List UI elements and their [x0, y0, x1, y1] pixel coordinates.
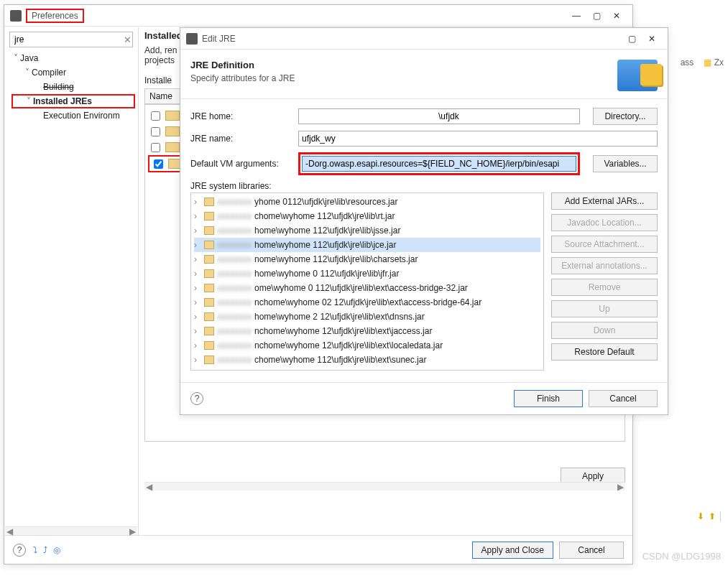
- eclipse-icon: [186, 33, 198, 45]
- close-button[interactable]: ✕: [607, 8, 627, 24]
- lib-row[interactable]: ›xxxxxxxxchome\wyhome 112\ufjdk\jre\lib\…: [194, 353, 540, 367]
- jre-home-input[interactable]: [298, 108, 580, 124]
- definition-title: JRE Definition: [190, 60, 617, 70]
- expand-icon[interactable]: ›: [194, 283, 201, 293]
- edit-jre-dialog: Edit JRE ▢ ✕ JRE Definition Specify attr…: [180, 27, 668, 415]
- jar-icon: [204, 327, 214, 335]
- expand-icon[interactable]: ›: [194, 269, 201, 279]
- eclipse-icon: [10, 10, 22, 22]
- table-scrollbar[interactable]: ◀▶: [144, 482, 625, 491]
- help-icon[interactable]: ?: [190, 392, 203, 405]
- cancel-button[interactable]: Cancel: [559, 542, 624, 559]
- watermark: CSDN @LDG1998: [642, 551, 721, 562]
- vm-args-highlight: [298, 152, 580, 175]
- lib-row[interactable]: ›xxxxxxxxhome\wyhome 2 12\ufjdk\jre\lib\…: [194, 310, 540, 324]
- tree-exec-env[interactable]: Execution Environm: [11, 108, 135, 123]
- vm-args-label: Default VM arguments:: [190, 159, 291, 169]
- arrow-up-icon[interactable]: ⬆: [709, 511, 716, 521]
- jar-icon: [204, 298, 214, 307]
- up-button[interactable]: Up: [551, 300, 658, 317]
- jar-icon: [204, 312, 214, 321]
- lib-row[interactable]: ›xxxxxxxxnchome\wyhome 12\ufjdk\jre\lib\…: [194, 338, 540, 353]
- jre-row-check-selected[interactable]: [154, 159, 163, 169]
- import-icon[interactable]: ⤵: [33, 545, 37, 555]
- expand-icon[interactable]: ›: [194, 226, 201, 236]
- tree-scrollbar[interactable]: ◀▶: [5, 526, 137, 535]
- restore-default-button[interactable]: Restore Default: [551, 343, 658, 361]
- apply-and-close-button[interactable]: Apply and Close: [472, 542, 553, 559]
- expand-icon[interactable]: ›: [194, 254, 201, 264]
- jre-name-input[interactable]: [298, 131, 658, 147]
- lib-row[interactable]: ›xxxxxxxxnome\wyhome 112\ufjdk\jre\lib\c…: [194, 252, 540, 266]
- jar-icon: [204, 226, 214, 235]
- expand-icon[interactable]: ›: [194, 240, 201, 250]
- arrow-down-icon[interactable]: ⬇: [697, 511, 704, 521]
- jre-row-check[interactable]: [151, 111, 160, 121]
- expand-icon[interactable]: ›: [194, 340, 201, 350]
- javadoc-location-button[interactable]: Javadoc Location...: [551, 214, 658, 231]
- lib-path: chome\wyhome 112\ufjdk\jre\lib\rt.jar: [254, 211, 395, 221]
- expand-icon[interactable]: ›: [194, 211, 201, 221]
- lib-row[interactable]: ›xxxxxxxxome\wyhome 0 112\ufjdk\jre\lib\…: [194, 281, 540, 295]
- add-external-jars-button[interactable]: Add External JARs...: [551, 192, 658, 210]
- lib-row[interactable]: ›xxxxxxxxchome\wyhome 112\ufjdk\jre\lib\…: [194, 209, 540, 223]
- lib-path: home\wyhome 2 12\ufjdk\jre\lib\ext\dnsns…: [254, 312, 425, 322]
- prefs-footer: ? ⤵ ⤴ ◎ Apply and Close Cancel: [4, 535, 632, 564]
- external-annotations-button[interactable]: External annotations...: [551, 257, 658, 274]
- lib-row[interactable]: ›xxxxxxxxhome\wyhome 112\ufjdk\jre\lib\j…: [194, 223, 540, 238]
- jre-row-check[interactable]: [151, 143, 160, 152]
- jre-icon: [165, 111, 180, 121]
- variables-button[interactable]: Variables...: [593, 155, 658, 172]
- maximize-button[interactable]: ▢: [622, 31, 642, 47]
- filter-search[interactable]: ✕: [9, 32, 133, 47]
- directory-button[interactable]: Directory...: [593, 108, 658, 125]
- lib-path: yhome 0112\ufjdk\jre\lib\resources.jar: [254, 197, 397, 207]
- definition-subtitle: Specify attributes for a JRE: [190, 73, 617, 83]
- export-icon[interactable]: ⤴: [43, 545, 47, 555]
- jar-icon: [204, 241, 214, 249]
- tree-java[interactable]: ˅Java: [11, 51, 135, 65]
- expand-icon[interactable]: ›: [194, 326, 201, 336]
- tree-building[interactable]: Building: [11, 80, 135, 94]
- source-attachment-button[interactable]: Source Attachment...: [551, 236, 658, 253]
- lib-path: nchome\wyhome 12\ufjdk\jre\lib\ext\jacce…: [254, 326, 432, 336]
- expand-icon[interactable]: ›: [194, 197, 201, 207]
- lib-row[interactable]: ›xxxxxxxxhome\wyhome 0 112\ufjdk\jre\lib…: [194, 266, 540, 281]
- lib-row[interactable]: ›xxxxxxxxnchome\wyhome 12\ufjdk\jre\lib\…: [194, 324, 540, 338]
- expand-icon[interactable]: ›: [194, 297, 201, 307]
- lib-row[interactable]: ›xxxxxxxxhome\wyhome 112\ufjdk\jre\lib\j…: [194, 238, 540, 252]
- system-libs-label: JRE system libraries:: [180, 178, 668, 192]
- remove-button[interactable]: Remove: [551, 279, 658, 296]
- maximize-button[interactable]: ▢: [586, 8, 607, 24]
- jar-icon: [204, 341, 214, 350]
- lib-path: ome\wyhome 0 112\ufjdk\jre\lib\ext\acces…: [254, 283, 468, 293]
- help-icon[interactable]: ?: [13, 544, 26, 557]
- expand-icon[interactable]: ›: [194, 355, 201, 365]
- vm-args-input[interactable]: [302, 156, 576, 172]
- tree-installed-jres[interactable]: ˅Installed JREs: [11, 94, 135, 108]
- jar-icon: [204, 198, 214, 206]
- lib-row[interactable]: ›xxxxxxxxnchome\wyhome 02 12\ufjdk\jre\l…: [194, 295, 540, 310]
- jre-row-check[interactable]: [151, 127, 160, 136]
- filter-input[interactable]: [13, 34, 124, 45]
- lib-path: nchome\wyhome 12\ufjdk\jre\lib\ext\local…: [254, 340, 443, 350]
- bg-tab-ass[interactable]: ass: [681, 57, 694, 68]
- jar-icon: [204, 212, 214, 220]
- lib-path: home\wyhome 112\ufjdk\jre\lib\jsse.jar: [254, 226, 400, 236]
- preferences-tree: ˅Java ˅Compiler Building ˅Installed JREs…: [11, 51, 135, 123]
- close-button[interactable]: ✕: [642, 31, 662, 47]
- expand-icon[interactable]: ›: [194, 312, 201, 322]
- cancel-button[interactable]: Cancel: [589, 390, 658, 407]
- lib-path: home\wyhome 0 112\ufjdk\jre\lib\jfr.jar: [254, 269, 399, 279]
- system-libs-list[interactable]: ›xxxxxxxxyhome 0112\ufjdk\jre\lib\resour…: [190, 192, 544, 371]
- lib-row[interactable]: ›xxxxxxxxyhome 0112\ufjdk\jre\lib\resour…: [194, 195, 540, 209]
- prefs-title: Preferences: [26, 9, 84, 23]
- tree-compiler[interactable]: ˅Compiler: [11, 65, 135, 80]
- down-button[interactable]: Down: [551, 322, 658, 339]
- bg-tab-zx[interactable]: ▦ Zx: [704, 57, 724, 68]
- clear-filter-icon[interactable]: ✕: [124, 34, 132, 45]
- minimize-button[interactable]: —: [566, 8, 586, 24]
- record-icon[interactable]: ◎: [53, 545, 60, 555]
- jre-name-label: JRE name:: [190, 134, 291, 144]
- finish-button[interactable]: Finish: [514, 390, 583, 407]
